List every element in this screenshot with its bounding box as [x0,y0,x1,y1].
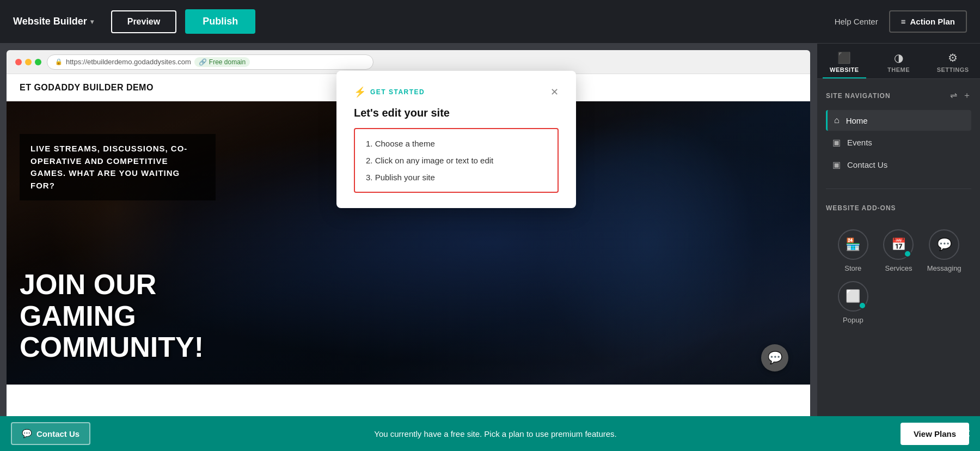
site-nav-header: SITE NAVIGATION ⇌ ＋ [826,90,971,101]
get-started-popup: ⚡ GET STARTED ✕ Let's edit your site 1. … [336,71,576,208]
nav-home-label: Home [846,116,868,125]
top-bar-right: Help Center ≡ Action Plan [835,10,967,33]
addon-store[interactable]: 🏪 Store [835,229,872,272]
traffic-lights [15,59,41,65]
chat-bubble-icon[interactable]: 💬 [761,344,788,371]
store-label: Store [844,264,861,272]
popup-badge [859,302,866,309]
hero-join-text: JOIN OURGAMINGCOMMUNITY! [20,269,204,363]
site-nav-title: SITE NAVIGATION [826,92,891,100]
theme-tab-icon: ◑ [894,51,903,64]
panel-tabs: ⬛ WEBSITE ◑ THEME ⚙ SETTINGS [817,44,980,79]
nav-item-events[interactable]: ▣ Events [826,132,971,153]
hero-subtext: LIVE STREAMS, DISCUSSIONS, CO-OPERATIVE … [30,143,205,192]
nav-contact-label: Contact Us [847,160,887,169]
settings-tab-label: SETTINGS [937,66,969,73]
addons-grid: 🏪 Store 📅 Services 💬 Messaging [826,221,971,333]
addon-services[interactable]: 📅 Services [880,229,917,272]
services-badge [904,250,911,258]
popup-icon-wrap: ⬜ [838,281,868,312]
popup-step-3: 3. Publish your site [366,172,547,183]
messaging-icon: 💬 [937,237,952,252]
domain-badge-icon: 🔗 [199,58,207,66]
canvas-area: 🔒 https://etbuilderdemo.godaddysites.com… [0,44,817,416]
nav-items: ⌂ Home ▣ Events ▣ Contact Us [826,110,971,175]
popup-icon: ⬜ [846,289,860,303]
url-text: https://etbuilderdemo.godaddysites.com [66,58,191,66]
messaging-label: Messaging [927,264,961,272]
main-layout: 🔒 https://etbuilderdemo.godaddysites.com… [0,44,980,416]
action-plan-button[interactable]: ≡ Action Plan [889,10,967,33]
contact-us-button[interactable]: 💬 Contact Us [11,422,90,445]
popup-label: Popup [843,316,863,324]
traffic-light-green [35,59,41,65]
hero-text-overlay: LIVE STREAMS, DISCUSSIONS, CO-OPERATIVE … [20,134,216,200]
traffic-light-red [15,59,22,65]
top-bar: Website Builder ▾ Preview Publish Help C… [0,0,980,44]
services-icon-wrap: 📅 [883,229,914,260]
popup-step-1: 1. Choose a theme [366,138,547,149]
view-plans-button[interactable]: View Plans [901,423,969,445]
popup-step-2: 2. Click on any image or text to edit [366,155,547,166]
address-bar[interactable]: 🔒 https://etbuilderdemo.godaddysites.com… [47,54,373,70]
tab-website[interactable]: ⬛ WEBSITE [817,44,872,78]
addons-header: WEBSITE ADD-ONS [826,204,971,212]
bottom-bar: 💬 Contact Us You currently have a free s… [0,416,980,451]
messaging-icon-wrap: 💬 [929,229,959,260]
bottom-bar-close-button[interactable]: ✕ [962,427,971,440]
right-panel: ⬛ WEBSITE ◑ THEME ⚙ SETTINGS SITE NAVIGA… [817,44,980,416]
traffic-light-yellow [25,59,32,65]
free-domain-badge: 🔗 Free domain [194,57,250,67]
website-tab-label: WEBSITE [830,66,859,73]
nav-item-contact[interactable]: ▣ Contact Us [826,154,971,175]
help-center-link[interactable]: Help Center [835,17,878,26]
brand-chevron-icon: ▾ [90,18,94,26]
services-icon: 📅 [891,237,906,252]
settings-tab-icon: ⚙ [948,51,958,64]
contact-us-label: Contact Us [36,429,79,438]
site-nav-actions: ⇌ ＋ [950,90,971,101]
services-label: Services [885,264,912,272]
contact-us-icon: 💬 [22,429,32,438]
addons-title: WEBSITE ADD-ONS [826,204,896,212]
theme-tab-label: THEME [887,66,910,73]
bottom-bar-message: You currently have a free site. Pick a p… [101,429,890,438]
lock-icon: 🔒 [55,58,63,65]
brand-label: Website Builder [13,16,87,27]
action-plan-icon: ≡ [901,17,906,26]
events-icon: ▣ [832,137,841,148]
action-plan-label: Action Plan [910,17,955,26]
preview-button[interactable]: Preview [111,10,176,33]
publish-button[interactable]: Publish [185,9,255,34]
popup-lightning-icon: ⚡ [354,86,366,98]
store-icon-wrap: 🏪 [838,229,868,260]
addon-messaging[interactable]: 💬 Messaging [926,229,963,272]
nav-events-label: Events [847,138,872,147]
domain-badge-text: Free domain [209,58,246,66]
popup-header: ⚡ GET STARTED ✕ [354,86,559,98]
popup-title: Let's edit your site [354,107,559,119]
home-icon: ⌂ [834,115,840,125]
addon-popup[interactable]: ⬜ Popup [835,281,872,324]
nav-add-icon[interactable]: ＋ [963,90,971,101]
nav-item-home[interactable]: ⌂ Home [826,110,971,131]
nav-settings-icon[interactable]: ⇌ [950,90,957,101]
panel-divider [826,188,971,189]
site-navigation-section: SITE NAVIGATION ⇌ ＋ ⌂ Home ▣ Events ▣ Co… [817,79,980,184]
contact-icon: ▣ [832,160,841,170]
store-icon: 🏪 [846,237,860,252]
popup-close-button[interactable]: ✕ [550,87,559,97]
website-tab-icon: ⬛ [837,51,851,64]
tab-theme[interactable]: ◑ THEME [872,44,926,78]
brand-title[interactable]: Website Builder ▾ [13,16,94,27]
addons-section: WEBSITE ADD-ONS 🏪 Store 📅 Services [817,193,980,342]
popup-header-text: GET STARTED [370,88,425,96]
tab-settings[interactable]: ⚙ SETTINGS [926,44,980,78]
popup-steps-box: 1. Choose a theme 2. Click on any image … [354,128,559,193]
